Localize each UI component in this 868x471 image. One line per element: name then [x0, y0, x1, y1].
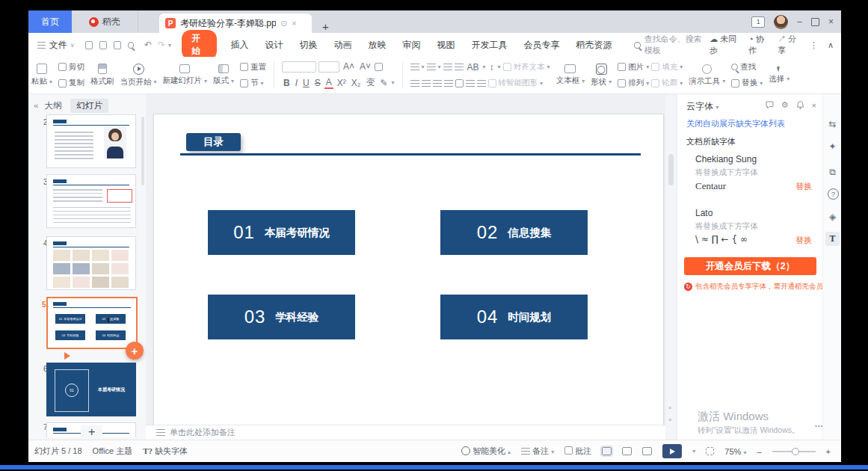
new-slide-button[interactable]: 新建幻灯片▾ [163, 59, 208, 91]
align-center-icon[interactable] [422, 80, 431, 87]
arrange-button[interactable]: 排列▾ [618, 78, 649, 88]
reading-view-button[interactable] [642, 447, 652, 455]
slide-3-thumbnail[interactable] [46, 174, 136, 228]
slide-5-thumbnail[interactable]: 01本届考研情况 02信息搜集 03学科经验 04时间规划 [46, 297, 138, 349]
align-left-icon[interactable] [410, 80, 419, 87]
menu-tab-insert[interactable]: 插入 [230, 39, 248, 52]
minimize-button[interactable]: – [797, 16, 802, 27]
menu-tab-start[interactable]: 开始 [182, 30, 217, 60]
cut-button[interactable]: 剪切 [58, 62, 84, 73]
zoom-in-button[interactable]: + [826, 447, 831, 456]
feedback-icon[interactable] [765, 100, 775, 110]
slide-4-thumbnail[interactable] [46, 236, 136, 290]
disable-auto-show-link[interactable]: 关闭自动展示缺失字体列表 [686, 118, 785, 129]
clear-format-icon[interactable] [375, 63, 383, 71]
download-after-membership-button[interactable]: 开通会员后下载（2） [684, 257, 816, 275]
indent-right-icon[interactable] [477, 80, 486, 87]
picture-button[interactable]: 图片▾ [618, 62, 649, 73]
reset-button[interactable]: 重置 [240, 62, 266, 73]
canvas-scrollbar[interactable]: ≡ ≡ [665, 94, 677, 440]
toc-item-1[interactable]: 01 本届考研情况 [208, 210, 355, 255]
help-icon[interactable]: ? [828, 188, 839, 200]
layout-button[interactable]: 版式▾ [213, 59, 234, 91]
text-tool-icon[interactable]: T [825, 232, 840, 246]
menu-tab-docer-res[interactable]: 稻壳资源 [576, 39, 612, 52]
find-button[interactable]: 查找 [731, 62, 763, 73]
slide-title-badge[interactable]: 目录 [186, 133, 241, 151]
menu-tab-member[interactable]: 会员专享 [523, 39, 559, 52]
stamp-icon[interactable]: ◈ [827, 211, 838, 222]
comments-button[interactable]: 批注 [564, 446, 591, 457]
missing-font-status[interactable]: T? 缺失字体 [143, 446, 188, 457]
quick-add-slide-button[interactable]: + [126, 342, 144, 360]
adjust-sliders-icon[interactable]: ⇆ [827, 118, 838, 129]
tab-document[interactable]: P 考研经验分享-李婵聪.pptx ⊙ × [159, 13, 312, 33]
bold-button[interactable]: B [282, 78, 292, 88]
line-spacing-button[interactable]: ↕ [488, 62, 496, 73]
more-menu-icon[interactable]: ⋮ [810, 40, 818, 50]
tab-outline[interactable]: 大纲 [44, 100, 61, 111]
outline-button[interactable]: 轮廓▾ [651, 78, 683, 88]
highlight-button[interactable]: ✎ [378, 78, 389, 88]
decrease-indent-icon[interactable] [443, 64, 452, 70]
beautify-wand-icon[interactable]: ✦ [827, 141, 838, 152]
underline-button[interactable]: U [301, 78, 311, 88]
format-painter-button[interactable]: 格式刷 [90, 59, 114, 91]
tab-docer[interactable]: 稻壳 [72, 10, 138, 33]
redo-button[interactable]: ↷ [158, 40, 165, 50]
text-effect-button[interactable]: 变 [364, 76, 376, 89]
close-button[interactable]: × [828, 16, 834, 27]
font-color-button[interactable]: A [324, 77, 333, 89]
menu-file[interactable]: 文件 [49, 39, 67, 52]
toc-item-2[interactable]: 02 信息搜集 [440, 210, 588, 255]
copy-button[interactable]: 复制 [58, 78, 84, 88]
sync-status[interactable]: ☁ 未同步 [710, 34, 739, 56]
zoom-level[interactable]: 75% ▾ [724, 447, 746, 456]
theme-name[interactable]: Office 主题 [93, 446, 133, 457]
play-from-current-button[interactable]: 当页开始▾ [120, 59, 157, 91]
font-family-select[interactable] [282, 61, 316, 73]
panel-title[interactable]: 云字体 [686, 101, 713, 111]
add-slide-button[interactable]: + [81, 425, 102, 439]
menu-tab-devtools[interactable]: 开发工具 [471, 39, 507, 52]
increase-indent-icon[interactable] [455, 64, 464, 70]
next-slide-button[interactable]: ≡ [668, 417, 671, 422]
collapse-ribbon-icon[interactable]: ∧ [828, 40, 834, 50]
settings-gear-icon[interactable]: ⚙ [781, 100, 789, 110]
tab-home[interactable]: 首页 [28, 10, 72, 33]
superscript-button[interactable]: X² [336, 78, 348, 88]
toc-item-4[interactable]: 04 时间规划 [440, 295, 588, 339]
strikethrough-button[interactable]: S [313, 78, 322, 88]
collab-button[interactable]: ◔ 协作 [748, 34, 768, 56]
more-overflow-button[interactable]: ••• [815, 422, 823, 429]
notification-badge[interactable]: 1 [751, 16, 765, 28]
section-button[interactable]: 节▾ [240, 78, 266, 88]
scrollbar-thumb[interactable] [668, 154, 674, 185]
shape-button[interactable]: ◯ 形状▾ [591, 59, 612, 91]
close-panel-icon[interactable]: × [812, 101, 816, 110]
char-case-button[interactable]: AB [466, 62, 481, 73]
play-options-caret[interactable]: ▾ [692, 448, 695, 455]
avatar[interactable] [774, 15, 788, 29]
normal-view-button[interactable] [602, 447, 612, 455]
video-progress-bar[interactable] [0, 465, 868, 470]
export-icon[interactable] [99, 41, 107, 49]
command-search[interactable]: 查找命令、搜索模板 [634, 34, 710, 56]
columns-icon[interactable] [455, 79, 464, 87]
duplicate-slides-icon[interactable]: ⧉ [827, 166, 838, 177]
align-right-icon[interactable] [433, 80, 442, 87]
slide-sorter-view-button[interactable] [622, 447, 632, 455]
smart-graphic-button[interactable]: 转智能图形▾ [488, 78, 544, 88]
decrease-font-button[interactable]: A˅ [358, 61, 372, 72]
undo-button[interactable]: ↶ [144, 40, 152, 50]
slide-6-thumbnail[interactable]: 01 本届考研情况 [46, 363, 136, 416]
menu-tab-view[interactable]: 视图 [437, 39, 455, 52]
sidebar-scrollbar[interactable] [141, 117, 144, 185]
tab-close-icon[interactable]: × [292, 19, 296, 28]
increase-font-button[interactable]: A˄ [342, 61, 356, 72]
font-size-select[interactable] [318, 61, 339, 73]
prev-slide-button[interactable]: ≡ [668, 405, 671, 410]
zoom-slider-knob[interactable] [792, 448, 799, 455]
zoom-out-button[interactable]: – [757, 447, 761, 456]
menu-tab-animation[interactable]: 动画 [333, 39, 351, 52]
